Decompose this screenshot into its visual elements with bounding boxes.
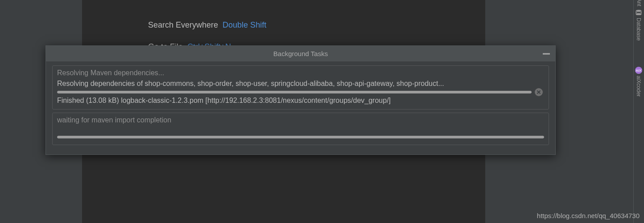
rail-item-database[interactable]: Database <box>633 10 644 41</box>
right-tool-rail: Ant Database AIX aiXcoder <box>633 0 644 223</box>
task-maven-import: waiting for maven import completion <box>52 113 549 145</box>
database-icon <box>636 10 642 15</box>
task-title: Resolving Maven dependencies... <box>57 69 544 77</box>
shortcut-search-everywhere: Search Everywhere Double Shift <box>148 20 266 30</box>
minimize-icon[interactable] <box>543 53 550 54</box>
rail-ant-label[interactable]: Ant <box>636 0 642 6</box>
svg-point-1 <box>636 12 641 13</box>
svg-point-0 <box>636 10 641 12</box>
cancel-icon[interactable] <box>535 88 543 96</box>
aixcoder-icon: AIX <box>635 67 642 74</box>
progress-bar <box>57 91 532 93</box>
task-maven-resolve: Resolving Maven dependencies... Resolvin… <box>52 65 549 109</box>
watermark-text: https://blog.csdn.net/qq_40634730 <box>537 212 640 219</box>
rail-aixcoder-label: aiXcoder <box>636 76 642 97</box>
task-detail: Resolving dependencies of shop-commons, … <box>57 80 532 88</box>
progress-fill <box>57 91 532 93</box>
progress-bar <box>57 136 544 138</box>
progress-fill <box>57 136 544 138</box>
rail-item-aixcoder[interactable]: AIX aiXcoder <box>633 67 644 97</box>
background-tasks-dialog: Background Tasks Resolving Maven depende… <box>45 45 556 155</box>
task-status: Finished (13.08 kB) logback-classic-1.2.… <box>57 97 532 105</box>
rail-database-label: Database <box>636 18 642 41</box>
dialog-body: Resolving Maven dependencies... Resolvin… <box>46 61 555 154</box>
svg-point-2 <box>636 13 641 15</box>
dialog-title: Background Tasks <box>273 50 328 57</box>
dialog-header[interactable]: Background Tasks <box>46 46 555 61</box>
task-title: waiting for maven import completion <box>57 116 544 124</box>
shortcut-label: Search Everywhere <box>148 20 218 30</box>
shortcut-key: Double Shift <box>223 20 266 30</box>
